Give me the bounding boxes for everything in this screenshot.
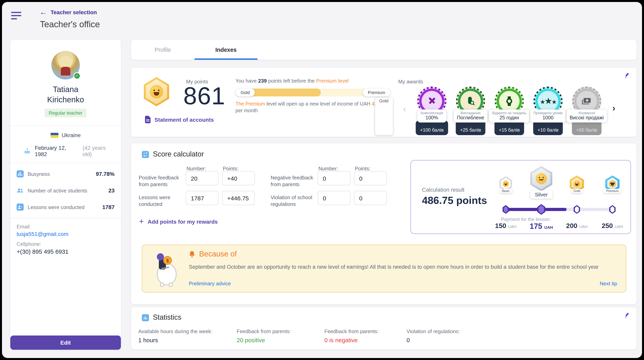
payment-slider — [506, 208, 612, 211]
statistics-title: Statistics — [153, 313, 181, 322]
row-label-negative-feedback: Negative feedback from parents — [271, 174, 317, 188]
ukraine-flag-icon — [50, 132, 58, 138]
edit-statistics-pencil-icon[interactable] — [624, 312, 630, 318]
awards-prev-icon[interactable]: ‹ — [403, 104, 406, 114]
bell-icon — [189, 250, 195, 258]
row-label-lessons: Lessons were conducted — [139, 194, 185, 208]
positive-feedback-number-input[interactable] — [186, 171, 218, 185]
tip-body: September and October are an opportunity… — [189, 263, 616, 271]
premium-level-chip: Premium — [604, 189, 621, 193]
payment-150: 150 UAH — [495, 222, 516, 230]
my-awards-label: My awards — [398, 79, 423, 84]
menu-icon[interactable] — [11, 12, 21, 20]
page-title: Teacher's office — [40, 19, 100, 30]
birthday-cake-icon — [24, 148, 31, 154]
stat-negative-feedback: Feedback from parents: 0 is negative — [324, 328, 379, 344]
payment-200: 200 UAH — [566, 222, 588, 230]
progress-premium-pill: Premium — [363, 88, 390, 96]
banknote-icon — [581, 96, 592, 106]
teacher-profile-card: ✓ Tatiana Kirichenko Regular teacher Ukr… — [10, 40, 121, 350]
email-label: Email: — [16, 224, 114, 230]
award-vykladannia[interactable]: +25 балів ВикладанняПоглиблене — [451, 85, 490, 136]
back-link-label: Teacher selection — [50, 9, 97, 16]
payment-175-current: 175 UAH — [530, 222, 553, 231]
slider-handle-250[interactable] — [609, 205, 616, 214]
gold-level-badge — [144, 77, 169, 106]
silver-level-badge — [530, 166, 552, 191]
points-card: Gold My points 861 You have 239 points l… — [131, 68, 636, 137]
income-text: The Premium level will open up a new lev… — [236, 101, 390, 114]
students-icon — [16, 187, 24, 194]
role-badge: Regular teacher — [45, 109, 86, 117]
statistics-card: Statistics Available hours during the we… — [131, 308, 636, 349]
award-komplektacia[interactable]: +100 балів Комплектація100% — [412, 85, 451, 136]
next-tip-link[interactable]: Next tip — [600, 280, 617, 286]
test-tube-search-icon — [466, 96, 476, 106]
gold-level-chip: Gold — [375, 98, 393, 135]
document-icon — [144, 116, 151, 123]
stat-row-lessons: Lessons were conducted 1787 — [16, 199, 115, 215]
plus-icon: + — [139, 217, 144, 226]
edit-button[interactable]: Edit — [10, 336, 121, 350]
video-lesson-icon — [16, 204, 24, 211]
age-note: (42 years old) — [82, 145, 115, 157]
email-link[interactable]: tusja551@gmail.com — [16, 231, 114, 237]
row-label-positive-feedback: Positive feedback from parents — [139, 174, 185, 188]
teacher-name: Tatiana Kirichenko — [10, 84, 121, 105]
slider-handle-150[interactable] — [502, 205, 509, 214]
col-number-left: Number: — [186, 166, 206, 172]
award-konversia-locked[interactable]: +50 балів КонверсіяВисокі продажі — [567, 85, 606, 136]
tab-indexes[interactable]: Indexes — [194, 40, 258, 60]
preliminary-advice-link[interactable]: Preliminary advice — [189, 280, 231, 286]
calculation-result-value: 486.75 points — [422, 194, 487, 207]
tip-banner: $ Because of September and October are a… — [142, 244, 626, 292]
edit-awards-pencil-icon[interactable] — [624, 72, 630, 78]
bar-chart-icon — [16, 170, 24, 178]
violation-number-input[interactable] — [318, 191, 350, 205]
awards-next-icon[interactable]: › — [612, 103, 615, 114]
negative-feedback-points-input[interactable] — [354, 171, 387, 185]
score-calculator-card: Score calculator Number: Points: Number:… — [131, 144, 636, 304]
country-label: Ukraine — [62, 132, 81, 138]
payment-label: Payment for the lesson: — [501, 216, 551, 222]
slider-handle-200[interactable] — [574, 205, 580, 214]
my-points-value: 861 — [183, 82, 226, 110]
stat-positive-feedback: Feedback from parents: 20 positive — [237, 328, 291, 344]
progress-text: You have 239 points left before the Prem… — [236, 78, 390, 84]
slider-handle-175[interactable] — [537, 204, 545, 215]
piggy-bank-illustration: $ — [152, 250, 180, 288]
negative-feedback-number-input[interactable] — [318, 171, 350, 185]
three-stars-icon: ★★★ — [540, 96, 556, 106]
col-points-right: Points: — [355, 166, 370, 172]
birthday-value: February 12, 1982 — [35, 145, 78, 157]
award-urokiv[interactable]: ★★★ +10 балів Проведено уроків1000 — [529, 85, 567, 136]
cellphone-value: +(30) 895 495 6931 — [16, 248, 114, 255]
add-points-link[interactable]: + Add points for my rewards — [139, 217, 218, 226]
back-arrow-icon: ← — [40, 10, 47, 15]
silver-level-chip: Silver — [530, 190, 552, 199]
score-calculator-title: Score calculator — [153, 150, 204, 158]
statement-of-accounts-link[interactable]: Statement of accounts — [144, 116, 214, 123]
stat-row-students: Number of active students 23 — [16, 182, 115, 199]
awards-list: +100 балів Комплектація100% +25 балів Ви… — [412, 85, 606, 136]
tab-profile[interactable]: Profile — [131, 40, 194, 60]
verified-badge-icon: ✓ — [74, 72, 80, 80]
violation-points-input[interactable] — [354, 191, 387, 205]
tip-title: Because of — [199, 250, 237, 258]
payment-250: 250 UAH — [602, 222, 623, 230]
statistics-icon — [142, 314, 149, 321]
basic-level-chip: Basic — [500, 189, 512, 193]
positive-feedback-points-input[interactable] — [222, 171, 255, 185]
col-points-left: Points: — [223, 166, 239, 172]
award-vidkryto[interactable]: +15 балів Відкрито на тиждень25 годин — [490, 85, 529, 136]
app-window: ← Teacher selection Teacher's office ✓ T… — [2, 2, 642, 358]
back-link[interactable]: ← Teacher selection — [40, 9, 97, 16]
level-progress-bar: Gold Premium — [236, 88, 390, 96]
stat-available-hours: Available hours during the week: 1 hours — [138, 328, 212, 344]
svg-text:$: $ — [166, 258, 169, 264]
calculator-icon — [142, 151, 149, 158]
lessons-number-input[interactable] — [186, 191, 218, 205]
lessons-points-input[interactable] — [222, 191, 255, 205]
watch-icon — [504, 96, 514, 106]
level-progress: You have 239 points left before the Prem… — [236, 78, 390, 114]
